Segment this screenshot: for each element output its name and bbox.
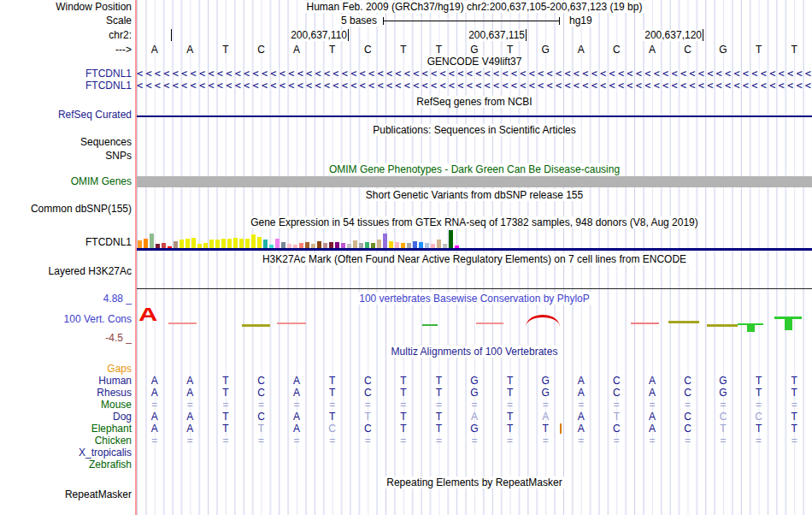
strand-arrow-label[interactable]: ---> bbox=[0, 44, 132, 56]
multiz-row-rhesus[interactable]: AATCATCTTGTGACACGTT bbox=[137, 388, 812, 399]
gtex-bar bbox=[138, 240, 142, 248]
ruler-tick bbox=[348, 29, 349, 41]
alignment-base: C bbox=[599, 423, 635, 435]
alignment-base: = bbox=[385, 435, 421, 447]
gtex-expression-bars[interactable] bbox=[138, 229, 812, 248]
refseq-gene-line[interactable] bbox=[137, 115, 812, 117]
gtex-bar bbox=[263, 240, 268, 248]
multiz-species-label-dog[interactable]: Dog bbox=[0, 411, 132, 423]
base-letter: G bbox=[456, 44, 492, 56]
multiz-row-elephant[interactable]: AATTACCTTGTTACACTTT bbox=[137, 423, 812, 435]
alignment-base: C bbox=[244, 411, 279, 423]
omim-track-title: OMIM Gene Phenotypes - Dark Green Can Be… bbox=[137, 164, 812, 175]
gencode-transcript-label-1[interactable]: FTCDNL1 bbox=[0, 68, 132, 80]
gtex-gene-model-line[interactable] bbox=[137, 248, 812, 251]
conservation-track-label[interactable]: 100 Vert. Cons bbox=[0, 314, 132, 325]
alignment-base: T bbox=[385, 411, 421, 423]
multiz-row-chicken[interactable]: =================== bbox=[137, 435, 812, 447]
alignment-base: C bbox=[670, 411, 706, 423]
multiz-species-label-rhesus[interactable]: Rhesus bbox=[0, 388, 132, 399]
snps-track-label[interactable]: SNPs bbox=[0, 151, 132, 162]
multiz-species-label-human[interactable]: Human bbox=[0, 376, 132, 387]
alignment-base: = bbox=[315, 400, 350, 411]
gtex-bar bbox=[365, 242, 369, 248]
alignment-base: = bbox=[244, 435, 279, 447]
conservation-dash bbox=[422, 324, 438, 326]
alignment-base: = bbox=[421, 435, 457, 447]
alignment-base: A bbox=[634, 411, 670, 423]
alignment-base: = bbox=[670, 435, 706, 447]
alignment-base: = bbox=[741, 400, 777, 411]
multiz-species-label-zebrafish[interactable]: Zebrafish bbox=[0, 459, 132, 471]
alignment-base: A bbox=[173, 388, 209, 399]
gtex-bar bbox=[245, 239, 250, 248]
alignment-base: = bbox=[776, 400, 812, 411]
gtex-bar bbox=[275, 239, 279, 248]
conservation-block bbox=[785, 319, 792, 330]
alignment-base: T bbox=[421, 376, 457, 387]
conservation-tblock bbox=[774, 317, 802, 319]
alignment-base: A bbox=[173, 423, 209, 435]
alignment-base: T bbox=[421, 411, 457, 423]
alignment-base: A bbox=[137, 411, 173, 423]
multiz-species-label-gaps[interactable]: Gaps bbox=[0, 364, 132, 375]
alignment-base: T bbox=[315, 388, 350, 399]
alignment-base: T bbox=[776, 411, 812, 423]
alignment-base: T bbox=[385, 376, 421, 387]
gtex-bar bbox=[174, 241, 178, 248]
base-letter: T bbox=[315, 44, 350, 56]
gtex-bar bbox=[437, 240, 441, 248]
multiz-species-label-x_tropicalis[interactable]: X_tropicalis bbox=[0, 447, 132, 459]
multiz-row-human[interactable]: AATCATCTTGTGACACGTT bbox=[137, 376, 812, 387]
alignment-base: A bbox=[563, 376, 599, 387]
conservation-big-letter: A bbox=[138, 306, 157, 323]
gtex-bar bbox=[281, 242, 285, 248]
alignment-base: = bbox=[137, 435, 173, 447]
gtex-bar bbox=[353, 240, 357, 248]
multiz-row-dog[interactable]: AATCATTTTATAATACCCT bbox=[137, 411, 812, 423]
omim-genes-label[interactable]: OMIM Genes bbox=[0, 176, 132, 187]
alignment-base: A bbox=[563, 388, 599, 399]
base-letter: C bbox=[670, 44, 706, 56]
alignment-base: = bbox=[137, 400, 173, 411]
gtex-bar bbox=[215, 240, 220, 248]
refseq-curated-label[interactable]: RefSeq Curated bbox=[0, 110, 132, 121]
alignment-base: A bbox=[173, 411, 209, 423]
dbsnp-track-label[interactable]: Common dbSNP(155) bbox=[0, 204, 132, 215]
alignment-base: = bbox=[492, 435, 528, 447]
alignment-base: A bbox=[279, 411, 315, 423]
alignment-base: A bbox=[634, 423, 670, 435]
scale-bar-line bbox=[383, 21, 560, 21]
base-letter: T bbox=[421, 44, 457, 56]
gtex-gene-label[interactable]: FTCDNL1 bbox=[0, 237, 132, 248]
alignment-base: T bbox=[705, 423, 741, 435]
sequences-track-label[interactable]: Sequences bbox=[0, 137, 132, 148]
alignment-base: T bbox=[315, 411, 350, 423]
multiz-species-label-mouse[interactable]: Mouse bbox=[0, 400, 132, 411]
base-letter: T bbox=[776, 44, 812, 56]
omim-gene-bar[interactable] bbox=[137, 176, 812, 187]
base-letter: T bbox=[385, 44, 421, 56]
alignment-base: C bbox=[670, 388, 706, 399]
gtex-bar bbox=[383, 234, 387, 248]
multiz-species-label-elephant[interactable]: Elephant bbox=[0, 423, 132, 435]
h3k27ac-track-label[interactable]: Layered H3K27Ac bbox=[0, 266, 132, 277]
alignment-base: = bbox=[599, 435, 635, 447]
ruler-tick bbox=[526, 29, 527, 41]
gtex-bar bbox=[335, 242, 339, 248]
alignment-base: T bbox=[350, 411, 385, 423]
conservation-dash bbox=[476, 323, 503, 324]
gtex-bar bbox=[395, 242, 399, 248]
genome-tag: hg19 bbox=[569, 15, 592, 27]
multiz-row-mouse[interactable]: =================== bbox=[137, 400, 812, 411]
gencode-transcript-1[interactable]: <<<<<<<<<<<<<<<<<<<<<<<<<<<<<<<<<<<<<<<<… bbox=[137, 68, 812, 80]
conservation-min-value: -4.5 _ bbox=[0, 333, 132, 344]
repeatmasker-track-label[interactable]: RepeatMasker bbox=[0, 489, 132, 500]
gencode-transcript-2[interactable]: <<<<<<<<<<<<<<<<<<<<<<<<<<<<<<<<<<<<<<<<… bbox=[137, 80, 812, 92]
dna-sequence-row[interactable]: AATCATCTTGTGACACGTT bbox=[137, 44, 812, 56]
gencode-transcript-label-2[interactable]: FTCDNL1 bbox=[0, 80, 132, 92]
multiz-species-label-chicken[interactable]: Chicken bbox=[0, 435, 132, 447]
alignment-base: = bbox=[244, 400, 279, 411]
alignment-base: A bbox=[279, 423, 315, 435]
alignment-base: = bbox=[385, 400, 421, 411]
